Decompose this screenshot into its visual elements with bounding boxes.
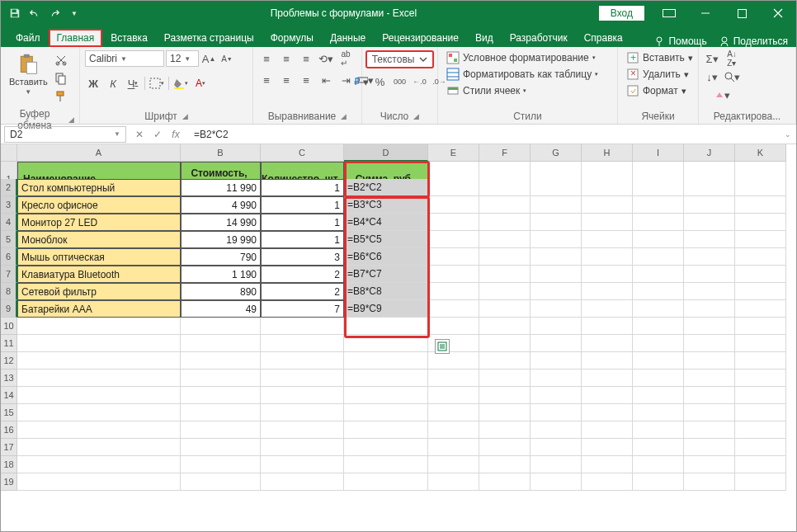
cell[interactable] bbox=[181, 352, 261, 370]
cell[interactable] bbox=[582, 196, 633, 214]
cell[interactable] bbox=[684, 266, 735, 283]
cell[interactable] bbox=[735, 473, 786, 491]
cell[interactable] bbox=[428, 404, 479, 421]
cell[interactable] bbox=[17, 439, 181, 456]
qty-cell[interactable]: 2 bbox=[261, 266, 344, 283]
accounting-format-icon[interactable]: ₽▾ bbox=[352, 73, 369, 90]
sum-cell[interactable]: =B4*C4 bbox=[344, 214, 428, 231]
cell[interactable] bbox=[181, 456, 261, 473]
close-icon[interactable] bbox=[760, 1, 796, 26]
cell[interactable] bbox=[479, 421, 531, 439]
expand-formula-bar-icon[interactable]: ⌄ bbox=[780, 130, 796, 139]
cell[interactable] bbox=[344, 370, 428, 387]
cell[interactable] bbox=[582, 214, 633, 231]
cell[interactable] bbox=[531, 439, 582, 456]
cell[interactable] bbox=[684, 214, 735, 231]
row-header[interactable]: 12 bbox=[1, 352, 17, 370]
cell[interactable] bbox=[633, 179, 684, 196]
cell[interactable] bbox=[735, 248, 786, 266]
cell[interactable] bbox=[582, 266, 633, 283]
row-header[interactable]: 5 bbox=[1, 231, 17, 248]
cell[interactable] bbox=[684, 318, 735, 335]
orientation-icon[interactable]: ⟲▾ bbox=[318, 50, 334, 67]
cost-cell[interactable]: 890 bbox=[181, 283, 261, 300]
underline-icon[interactable]: Ч▾ bbox=[125, 75, 141, 92]
cell[interactable] bbox=[261, 439, 344, 456]
cell[interactable] bbox=[428, 248, 479, 266]
cell[interactable] bbox=[181, 387, 261, 404]
cost-cell[interactable]: 4 990 bbox=[181, 196, 261, 214]
cell[interactable] bbox=[479, 266, 531, 283]
share-button[interactable]: Поделиться bbox=[719, 35, 788, 47]
autofill-options-icon[interactable] bbox=[435, 339, 450, 354]
cell[interactable] bbox=[428, 352, 479, 370]
cell[interactable] bbox=[479, 352, 531, 370]
column-header[interactable]: K bbox=[735, 144, 786, 162]
cell[interactable] bbox=[633, 404, 684, 421]
column-header[interactable]: G bbox=[531, 144, 582, 162]
percent-format-icon[interactable]: % bbox=[372, 73, 389, 90]
cell[interactable] bbox=[479, 300, 531, 318]
cell[interactable] bbox=[261, 352, 344, 370]
font-size-combo[interactable]: 12▼ bbox=[166, 50, 199, 67]
cell[interactable] bbox=[344, 318, 428, 335]
cell[interactable] bbox=[479, 214, 531, 231]
cell[interactable] bbox=[684, 335, 735, 352]
cell[interactable] bbox=[17, 456, 181, 473]
cell[interactable] bbox=[633, 318, 684, 335]
copy-icon[interactable] bbox=[53, 70, 69, 87]
cell[interactable] bbox=[531, 214, 582, 231]
enter-formula-icon[interactable]: ✓ bbox=[151, 129, 164, 140]
cell[interactable] bbox=[17, 387, 181, 404]
row-header[interactable]: 3 bbox=[1, 196, 17, 214]
cell[interactable] bbox=[582, 248, 633, 266]
cell[interactable] bbox=[684, 387, 735, 404]
cell[interactable] bbox=[479, 179, 531, 196]
cell[interactable] bbox=[181, 439, 261, 456]
cell[interactable] bbox=[633, 335, 684, 352]
cell[interactable] bbox=[735, 231, 786, 248]
name-cell[interactable]: Клавиатура Bluetooth bbox=[17, 266, 181, 283]
cell[interactable] bbox=[428, 214, 479, 231]
cell[interactable] bbox=[735, 179, 786, 196]
row-header[interactable]: 14 bbox=[1, 387, 17, 404]
cell[interactable] bbox=[582, 335, 633, 352]
sum-cell[interactable]: =B5*C5 bbox=[344, 231, 428, 248]
cell[interactable] bbox=[684, 404, 735, 421]
cell[interactable] bbox=[633, 231, 684, 248]
cell[interactable] bbox=[17, 421, 181, 439]
cell[interactable] bbox=[735, 300, 786, 318]
cell[interactable] bbox=[633, 456, 684, 473]
cell[interactable] bbox=[428, 283, 479, 300]
cell[interactable] bbox=[531, 370, 582, 387]
row-header[interactable]: 13 bbox=[1, 370, 17, 387]
font-color-icon[interactable]: А▾ bbox=[192, 75, 209, 92]
qty-cell[interactable]: 1 bbox=[261, 179, 344, 196]
cell[interactable] bbox=[17, 318, 181, 335]
row-header[interactable]: 17 bbox=[1, 439, 17, 456]
cell[interactable] bbox=[735, 421, 786, 439]
bold-icon[interactable]: Ж bbox=[85, 75, 101, 92]
align-center-icon[interactable]: ≡ bbox=[278, 72, 295, 88]
fill-color-icon[interactable]: ▾ bbox=[172, 75, 189, 92]
cell[interactable] bbox=[261, 370, 344, 387]
cell[interactable] bbox=[735, 318, 786, 335]
cell[interactable] bbox=[735, 266, 786, 283]
cell[interactable] bbox=[344, 335, 428, 352]
login-button[interactable]: Вход bbox=[599, 6, 644, 21]
cell[interactable] bbox=[428, 387, 479, 404]
cell[interactable] bbox=[531, 387, 582, 404]
cell[interactable] bbox=[582, 387, 633, 404]
cell[interactable] bbox=[531, 196, 582, 214]
cell[interactable] bbox=[428, 231, 479, 248]
cost-cell[interactable]: 14 990 bbox=[181, 214, 261, 231]
cell[interactable] bbox=[344, 352, 428, 370]
cell[interactable] bbox=[344, 421, 428, 439]
cell[interactable] bbox=[735, 370, 786, 387]
wrap-text-icon[interactable]: ab↵ bbox=[337, 50, 354, 67]
tab-insert[interactable]: Вставка bbox=[102, 29, 156, 47]
cell[interactable] bbox=[479, 196, 531, 214]
row-header[interactable]: 9 bbox=[1, 300, 17, 318]
cell[interactable] bbox=[261, 421, 344, 439]
cell[interactable] bbox=[531, 266, 582, 283]
